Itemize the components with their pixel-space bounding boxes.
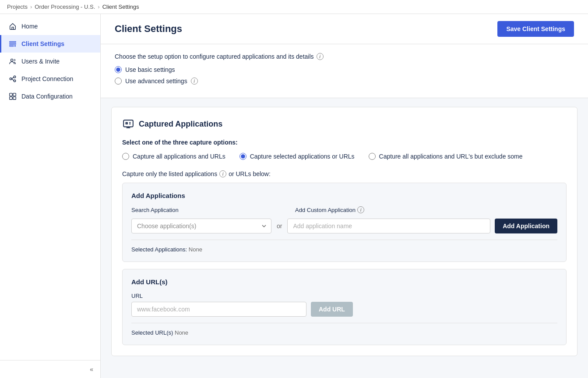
svg-point-6 [14,76,16,78]
settings-icon [8,39,17,48]
url-field-label: URL [131,293,557,299]
or-separator: or [277,223,282,230]
selected-applications-label: Selected Applications: None [131,246,557,253]
svg-rect-10 [10,93,12,96]
captured-applications-title: Captured Applications [139,120,222,129]
breadcrumb-projects[interactable]: Projects [7,4,28,10]
captured-applications-section: Captured Applications Select one of the … [111,107,577,356]
capture-all-option[interactable]: Capture all applications and URLs [122,153,225,160]
breadcrumb-sep-1: › [30,4,32,10]
search-app-wrapper: Choose application(s) [131,219,271,233]
svg-line-9 [12,79,14,81]
capture-options-label: Select one of the three capture options: [122,139,567,146]
sidebar-collapse-button[interactable]: « [0,360,100,378]
users-icon [8,57,17,66]
advanced-settings-info-icon[interactable]: i [191,78,198,85]
svg-point-5 [10,78,12,80]
svg-rect-12 [10,97,12,99]
url-row: Add URL [131,302,557,317]
inputs-labels-row: Search Application Add Custom Applicatio… [131,206,557,216]
svg-rect-2 [10,46,14,46]
sidebar-item-users-label: Users & Invite [21,58,60,65]
connection-icon [8,74,17,83]
capture-exclude-option[interactable]: Capture all applications and URL's but e… [369,153,523,160]
svg-rect-0 [10,42,16,42]
capture-selected-radio[interactable] [239,153,246,160]
breadcrumb-sep-2: › [98,4,99,10]
listed-label-row: Capture only the listed applications i o… [122,170,567,177]
selected-urls-label: Selected URL(s) None [131,329,557,336]
sidebar-item-users-invite[interactable]: Users & Invite [0,53,100,70]
sidebar-item-home[interactable]: Home [0,18,100,35]
sidebar-item-data-configuration[interactable]: Data Configuration [0,88,100,105]
sidebar: Home Client Settings [0,14,101,378]
url-input[interactable] [131,302,306,317]
page-title: Client Settings [115,23,182,35]
add-urls-card: Add URL(s) URL Add URL Selected URL(s) N… [122,269,567,345]
add-urls-title: Add URL(s) [131,278,557,286]
sidebar-item-client-settings[interactable]: Client Settings [0,35,100,53]
app-inputs-row: Choose application(s) or Add Application [131,219,557,233]
add-apps-divider [131,240,557,240]
settings-options-title: Choose the setup option to configure cap… [115,53,574,60]
basic-settings-radio[interactable] [115,66,122,73]
capture-options-row: Capture all applications and URLs Captur… [122,153,567,160]
sidebar-item-project-connection[interactable]: Project Connection [0,70,100,88]
captured-applications-header: Captured Applications [122,118,567,130]
settings-info-icon[interactable]: i [317,53,324,60]
custom-application-label: Add Custom Application i [295,206,557,213]
svg-line-8 [12,77,14,79]
selected-applications-value: None [189,246,202,253]
svg-rect-13 [13,97,16,99]
listed-info-icon[interactable]: i [219,170,226,177]
svg-point-3 [14,45,16,47]
settings-options-section: Choose the setup option to configure cap… [101,44,588,98]
svg-rect-11 [13,93,16,96]
page-header: Client Settings Save Client Settings [101,14,588,44]
save-client-settings-button[interactable]: Save Client Settings [497,21,574,37]
advanced-settings-radio[interactable] [115,78,122,85]
svg-point-7 [14,80,16,82]
breadcrumb-current: Client Settings [102,4,139,10]
svg-rect-1 [10,43,16,44]
data-icon [8,92,17,101]
sidebar-nav: Home Client Settings [0,14,100,360]
add-applications-title: Add Applications [131,192,557,199]
main-content: Client Settings Save Client Settings Cho… [101,14,588,378]
advanced-settings-option[interactable]: Use advanced settings i [115,78,574,85]
svg-rect-14 [123,120,133,127]
breadcrumb: Projects › Order Processing - U.S. › Cli… [0,0,588,14]
choose-applications-select[interactable]: Choose application(s) [131,219,271,233]
add-application-name-input[interactable] [287,219,490,233]
sidebar-item-client-settings-label: Client Settings [21,40,64,47]
svg-point-4 [11,59,13,61]
add-urls-divider [131,323,557,323]
add-url-button[interactable]: Add URL [311,302,353,317]
selected-urls-value: None [175,329,188,336]
url-input-wrapper [131,302,306,317]
sidebar-item-project-connection-label: Project Connection [21,75,73,82]
sidebar-item-home-label: Home [21,23,38,30]
capture-monitor-icon [122,118,134,130]
add-applications-card: Add Applications Search Application Add … [122,183,567,262]
add-application-button[interactable]: Add Application [495,219,557,233]
breadcrumb-order-processing[interactable]: Order Processing - U.S. [35,4,95,10]
home-icon [8,22,17,31]
capture-selected-option[interactable]: Capture selected applications or URLs [239,153,355,160]
sidebar-item-data-configuration-label: Data Configuration [21,93,73,100]
custom-app-info-icon[interactable]: i [357,206,364,213]
capture-all-radio[interactable] [122,153,129,160]
custom-app-wrapper: Add Application [287,219,557,233]
capture-exclude-radio[interactable] [369,153,376,160]
basic-settings-option[interactable]: Use basic settings [115,66,574,73]
search-application-label: Search Application [131,207,271,213]
